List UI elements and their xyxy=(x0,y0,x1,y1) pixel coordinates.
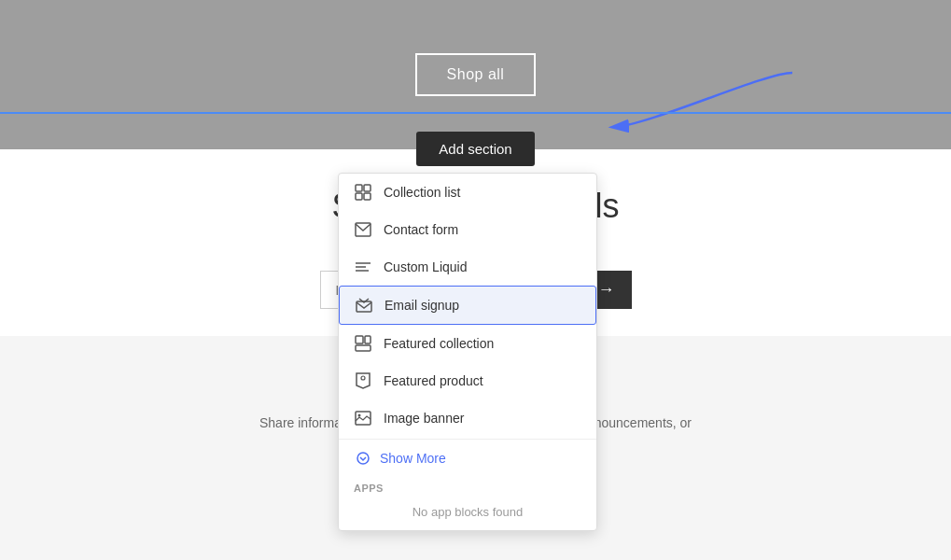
svg-point-15 xyxy=(357,453,369,464)
add-section-dropdown: Collection list Contact form Custom Liqu… xyxy=(338,173,597,531)
divider xyxy=(339,439,596,440)
tag-stack-icon xyxy=(354,334,372,353)
svg-rect-10 xyxy=(365,336,371,343)
dropdown-item-featured-collection[interactable]: Featured collection xyxy=(339,325,596,362)
dropdown-item-label: Featured collection xyxy=(384,336,494,351)
svg-rect-2 xyxy=(356,193,362,200)
envelope-open-icon xyxy=(355,296,373,315)
dropdown-item-label: Email signup xyxy=(385,298,459,313)
image-mountains-icon xyxy=(354,409,372,427)
dropdown-item-label: Image banner xyxy=(384,411,464,426)
dropdown-item-collection-list[interactable]: Collection list xyxy=(339,174,596,211)
dropdown-item-label: Contact form xyxy=(384,222,458,237)
grid-icon xyxy=(354,183,372,202)
chevron-down-icon xyxy=(354,449,372,468)
svg-rect-1 xyxy=(364,185,371,191)
dropdown-item-contact-form[interactable]: Contact form xyxy=(339,211,596,248)
dropdown-item-custom-liquid[interactable]: Custom Liquid xyxy=(339,248,596,286)
apps-section-label: APPS xyxy=(339,475,596,497)
add-section-button[interactable]: Add section xyxy=(416,132,534,166)
show-more-button[interactable]: Show More xyxy=(339,441,596,475)
svg-rect-9 xyxy=(356,336,363,343)
show-more-label: Show More xyxy=(380,451,446,466)
svg-rect-0 xyxy=(356,185,362,191)
shop-all-button[interactable]: Shop all xyxy=(415,53,537,96)
tag-single-icon xyxy=(354,371,372,390)
svg-point-12 xyxy=(361,376,365,380)
svg-point-14 xyxy=(358,414,361,417)
no-apps-text: No app blocks found xyxy=(339,497,596,530)
dropdown-item-featured-product[interactable]: Featured product xyxy=(339,362,596,399)
add-section-bar: Add section xyxy=(0,112,951,149)
dropdown-item-label: Featured product xyxy=(384,373,483,388)
dropdown-item-label: Collection list xyxy=(384,185,460,200)
svg-rect-3 xyxy=(364,193,371,200)
svg-rect-4 xyxy=(356,223,371,236)
code-lines-icon xyxy=(354,258,372,276)
svg-rect-11 xyxy=(356,345,371,351)
dropdown-item-label: Custom Liquid xyxy=(384,259,468,274)
dropdown-item-email-signup[interactable]: Email signup xyxy=(339,286,596,325)
top-hero-section: Shop all Add section xyxy=(0,0,951,149)
envelope-form-icon xyxy=(354,220,372,239)
dropdown-item-image-banner[interactable]: Image banner xyxy=(339,399,596,437)
